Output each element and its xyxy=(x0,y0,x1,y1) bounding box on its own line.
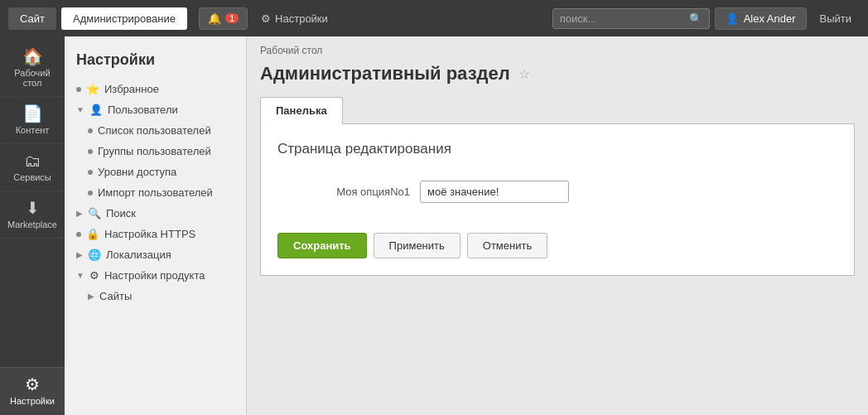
dot-icon xyxy=(88,170,93,175)
user-name-label: Alex Ander xyxy=(744,12,796,25)
topbar-settings-button[interactable]: ⚙ Настройки xyxy=(253,8,336,29)
apply-button[interactable]: Применить xyxy=(374,233,461,258)
button-row: Сохранить Применить Отменить xyxy=(277,228,837,258)
nav-item-product-settings[interactable]: ▼ ⚙ Настройки продукта xyxy=(65,265,246,286)
dot-icon xyxy=(88,149,93,154)
logout-button[interactable]: Выйти xyxy=(812,8,861,29)
sidebar-dashboard-label: Рабочий стол xyxy=(4,68,60,88)
user-icon: 👤 xyxy=(726,12,739,25)
page-title: Административный раздел xyxy=(260,63,510,84)
nav-item-icon: ⚙ xyxy=(89,269,99,282)
nav-item-label: Список пользователей xyxy=(98,124,211,137)
user-button[interactable]: 👤 Alex Ander xyxy=(715,7,807,30)
nav-item-label: Настройка HTTPS xyxy=(104,228,195,240)
nav-item-https[interactable]: 🔒 Настройка HTTPS xyxy=(65,224,246,244)
nav-item-label: Избранное xyxy=(104,83,159,95)
content-icon: 📄 xyxy=(22,105,43,122)
sidebar-settings-label: Настройки xyxy=(10,396,55,406)
tab-bar: Панелька xyxy=(260,96,855,124)
sidebar-marketplace-label: Marketplace xyxy=(7,220,57,229)
search-icon: 🔍 xyxy=(689,12,702,25)
nav-item-import-users[interactable]: Импорт пользователей xyxy=(65,182,246,203)
gear-icon: ⚙ xyxy=(261,12,271,25)
home-icon: 🏠 xyxy=(22,48,43,65)
main-layout: 🏠 Рабочий стол 📄 Контент 🗂 Сервисы ⬇ Mar… xyxy=(0,36,868,415)
nav-item-user-groups[interactable]: Группы пользователей xyxy=(65,141,246,162)
section-title: Страница редактирования xyxy=(277,141,837,157)
tab-panel[interactable]: Панелька xyxy=(260,97,343,124)
nav-item-user-list[interactable]: Список пользователей xyxy=(65,120,246,141)
nav-item-label: Пользователи xyxy=(108,104,178,116)
dot-icon xyxy=(76,232,81,237)
sidebar-icons: 🏠 Рабочий стол 📄 Контент 🗂 Сервисы ⬇ Mar… xyxy=(0,36,65,415)
dot-icon xyxy=(88,191,93,195)
nav-item-label: Настройки продукта xyxy=(104,269,205,282)
notifications-button[interactable]: 🔔 1 xyxy=(199,7,248,30)
sidebar-item-content[interactable]: 📄 Контент xyxy=(0,97,65,144)
save-button[interactable]: Сохранить xyxy=(277,233,367,258)
nav-item-icon: 👤 xyxy=(89,104,103,116)
arrow-right-icon: ▶ xyxy=(76,209,83,218)
nav-item-sites[interactable]: ▶ Сайты xyxy=(65,286,246,306)
nav-panel-title: Настройки xyxy=(65,45,246,79)
sidebar-item-dashboard[interactable]: 🏠 Рабочий стол xyxy=(0,40,65,97)
marketplace-icon: ⬇ xyxy=(26,200,40,216)
nav-item-access-levels[interactable]: Уровни доступа xyxy=(65,162,246,182)
nav-item-users[interactable]: ▼ 👤 Пользователи xyxy=(65,99,246,120)
nav-item-label: Сайты xyxy=(99,290,132,302)
nav-item-favorites[interactable]: ⭐ Избранное xyxy=(65,79,246,99)
search-wrapper: 🔍 xyxy=(552,8,710,29)
dot-icon xyxy=(76,87,81,92)
nav-item-label: Уровни доступа xyxy=(98,166,176,178)
nav-panel: Настройки ⭐ Избранное ▼ 👤 Пользователи С… xyxy=(65,36,247,415)
nav-item-localization[interactable]: ▶ 🌐 Локализация xyxy=(65,244,246,265)
nav-item-icon: 🔍 xyxy=(88,207,101,220)
nav-item-label: Поиск xyxy=(106,207,136,220)
favorite-star-icon[interactable]: ☆ xyxy=(518,66,530,82)
arrow-right-icon: ▶ xyxy=(76,250,83,259)
dot-icon xyxy=(88,128,93,133)
services-icon: 🗂 xyxy=(24,152,41,169)
notification-badge: 1 xyxy=(225,13,239,23)
nav-item-icon: 🔒 xyxy=(86,228,99,240)
nav-item-search[interactable]: ▶ 🔍 Поиск xyxy=(65,203,246,224)
admin-button[interactable]: Администрирование xyxy=(61,7,187,30)
sidebar-item-marketplace[interactable]: ⬇ Marketplace xyxy=(0,191,65,239)
form-row: Моя опцияNo1 xyxy=(277,172,837,211)
arrow-right-icon: ▶ xyxy=(88,292,94,301)
page-title-row: Административный раздел ☆ xyxy=(260,63,855,84)
option-input[interactable] xyxy=(420,181,569,203)
breadcrumb: Рабочий стол xyxy=(260,45,855,56)
sidebar-content-label: Контент xyxy=(16,125,50,135)
content-panel: Страница редактирования Моя опцияNo1 Сох… xyxy=(260,124,855,276)
form-label: Моя опцияNo1 xyxy=(277,186,410,198)
cancel-button[interactable]: Отменить xyxy=(467,233,547,258)
arrow-down-icon: ▼ xyxy=(76,105,84,114)
nav-item-label: Группы пользователей xyxy=(98,145,211,157)
settings-icon: ⚙ xyxy=(25,376,40,393)
sidebar-item-settings[interactable]: ⚙ Настройки xyxy=(0,367,65,415)
topbar: Сайт Администрирование 🔔 1 ⚙ Настройки 🔍… xyxy=(0,0,868,36)
nav-item-label: Импорт пользователей xyxy=(98,186,213,199)
site-button[interactable]: Сайт xyxy=(8,7,56,30)
topbar-settings-label: Настройки xyxy=(275,12,328,25)
content-area: Рабочий стол Административный раздел ☆ П… xyxy=(247,36,868,415)
search-input[interactable] xyxy=(560,12,684,25)
nav-item-icon: ⭐ xyxy=(86,83,99,95)
nav-item-icon: 🌐 xyxy=(88,249,101,261)
nav-item-label: Локализация xyxy=(106,249,171,261)
bell-icon: 🔔 xyxy=(208,12,221,25)
sidebar-item-services[interactable]: 🗂 Сервисы xyxy=(0,144,65,191)
arrow-down-icon: ▼ xyxy=(76,271,84,280)
sidebar-services-label: Сервисы xyxy=(13,172,51,182)
